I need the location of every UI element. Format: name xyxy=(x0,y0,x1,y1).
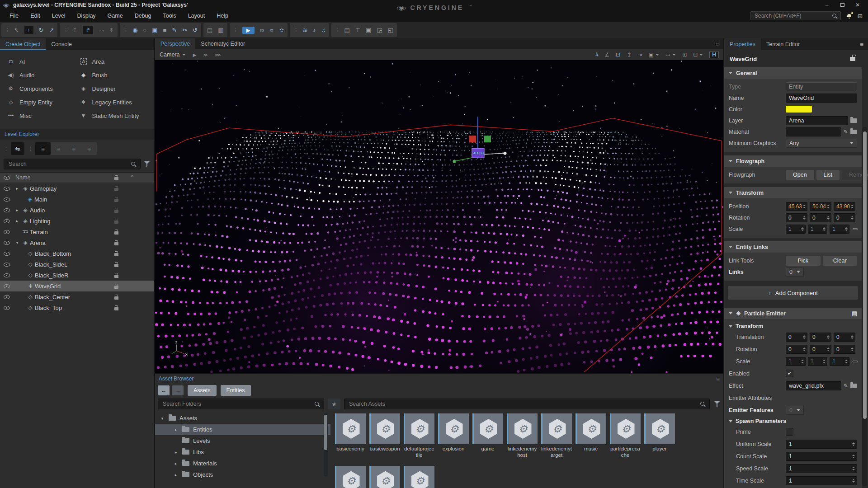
toolbar-grip[interactable]: ⋮ xyxy=(5,27,10,33)
scale-y-field[interactable]: 1 xyxy=(808,225,828,234)
terrain-snap-icon[interactable]: ⇥ xyxy=(637,52,642,58)
unmute-audio-icon[interactable]: ♫ xyxy=(321,27,326,33)
browse-folder-icon[interactable] xyxy=(850,130,857,134)
folder-libs[interactable]: ▸Libs xyxy=(155,446,330,458)
grid-snap-icon[interactable]: # xyxy=(595,52,599,58)
level-explorer-search-box[interactable] xyxy=(4,159,141,169)
pe-scale-y-field[interactable]: 1 xyxy=(808,357,828,366)
create-legacy-entities[interactable]: ❖Legacy Entities xyxy=(79,95,152,109)
unlock-icon[interactable] xyxy=(850,57,855,61)
tree-row-wavegrid-selected[interactable]: ✳WaveGrid xyxy=(0,281,154,291)
lock-toggle[interactable] xyxy=(112,197,121,202)
tree-row-black-top[interactable]: ◇Black_Top xyxy=(0,302,154,313)
pe-transform-subheader[interactable]: Transform xyxy=(724,321,862,331)
collapse-chevron-icon[interactable]: ▾ xyxy=(14,240,21,245)
min-graphics-dropdown[interactable]: Any xyxy=(786,139,857,148)
stepper-icon[interactable] xyxy=(801,360,804,363)
tab-console[interactable]: Console xyxy=(46,38,77,50)
menu-file[interactable]: File xyxy=(4,10,24,22)
pe-translation-y-field[interactable]: 0 xyxy=(810,333,831,342)
visibility-column-header[interactable] xyxy=(0,176,14,180)
rotation-x-field[interactable]: 0 xyxy=(786,213,807,222)
camera-speed-dropdown[interactable]: ⊟ xyxy=(693,52,703,58)
move-tool-icon[interactable]: + xyxy=(24,26,33,34)
tree-row-terrain[interactable]: ▲▲Terrain xyxy=(0,226,154,237)
stepper-icon[interactable] xyxy=(823,360,826,363)
speed-scale-field[interactable]: 1 xyxy=(786,464,857,473)
folder-objects[interactable]: ▸Objects xyxy=(155,469,330,480)
tree-row-arena[interactable]: ▾◈Arena xyxy=(0,237,154,248)
viewport-canvas[interactable] xyxy=(155,60,723,373)
lock-toggle[interactable] xyxy=(112,295,121,300)
helpers-toggle-icon[interactable]: H xyxy=(709,51,719,58)
view-mode-layers[interactable]: ≡ xyxy=(51,142,66,155)
expand-chevron-icon[interactable]: ▸ xyxy=(173,450,179,455)
stepper-icon[interactable] xyxy=(845,360,848,363)
pick-effect-icon[interactable]: ✎ xyxy=(844,383,848,389)
folder-levels[interactable]: Levels xyxy=(155,435,330,446)
stepper-icon[interactable] xyxy=(803,335,806,339)
visibility-toggle[interactable] xyxy=(0,252,14,256)
tab-perspective[interactable]: Perspective xyxy=(155,38,195,49)
create-misc[interactable]: •••Misc xyxy=(6,109,79,122)
asset-tile-game[interactable]: ⚙game xyxy=(472,413,503,459)
folder-scrollbar[interactable] xyxy=(324,413,328,477)
tree-row-lighting[interactable]: ▸◈Lighting xyxy=(0,216,154,226)
move-snap-icon[interactable]: ↥ xyxy=(627,52,631,58)
sort-indicator[interactable]: ^ xyxy=(131,174,133,179)
position-z-field[interactable]: 43.90 xyxy=(834,202,855,211)
pivot-snap-dropdown[interactable]: ▣ xyxy=(649,52,659,58)
section-entity-links-header[interactable]: Entity Links xyxy=(724,241,862,253)
folder-materials[interactable]: ▸Materials xyxy=(155,458,330,469)
lock-toggle[interactable] xyxy=(112,251,121,256)
toolbar-grip[interactable]: ⋮ xyxy=(123,27,128,33)
sync-selection-button[interactable]: ⇆ xyxy=(11,142,24,155)
expand-chevron-icon[interactable]: ▸ xyxy=(14,186,21,191)
visibility-toggle[interactable] xyxy=(0,295,14,299)
create-brush[interactable]: ◆Brush xyxy=(79,68,152,82)
pick-material-icon[interactable]: ✎ xyxy=(844,129,848,135)
reload-icon[interactable]: ↺ xyxy=(193,27,198,33)
mute-audio-icon[interactable]: ♪ xyxy=(313,27,316,33)
copy-icon[interactable]: ▣ xyxy=(152,27,157,33)
export-icon[interactable]: ▥ xyxy=(218,27,223,33)
tree-row-black-bottom[interactable]: ◇Black_Bottom xyxy=(0,248,154,259)
add-component-button[interactable]: +Add Component xyxy=(728,286,858,300)
notifications-bell-icon[interactable] xyxy=(846,13,852,19)
stepper-icon[interactable] xyxy=(852,467,855,470)
stepper-icon[interactable] xyxy=(827,335,830,339)
visibility-toggle[interactable] xyxy=(0,208,14,212)
toolbar-grip[interactable]: ⋮ xyxy=(335,27,340,33)
visibility-toggle[interactable] xyxy=(0,241,14,245)
close-button[interactable]: ✕ xyxy=(850,0,865,9)
tools-window-icon[interactable]: ⊤ xyxy=(355,27,360,33)
lock-toggle[interactable] xyxy=(112,273,121,278)
safe-frame-icon[interactable]: ⊞ xyxy=(682,52,687,58)
tree-row-black-center[interactable]: ◇Black_Center xyxy=(0,291,154,302)
visibility-toggle[interactable] xyxy=(0,284,14,288)
stepper-icon[interactable] xyxy=(827,216,830,220)
links-count-dropdown[interactable]: 0 xyxy=(786,267,804,277)
lock-toggle[interactable] xyxy=(112,219,121,224)
uniform-scale-link-icon[interactable]: ⊂⊃ xyxy=(852,227,857,231)
section-flowgraph-header[interactable]: Flowgraph xyxy=(724,155,862,167)
rotation-y-field[interactable]: 0 xyxy=(810,213,831,222)
asset-tile-defaultprojectile[interactable]: ⚙defaultprojectile xyxy=(404,413,434,459)
asset-tile-player[interactable]: ⚙player xyxy=(644,413,675,459)
effect-field[interactable]: wave_grid.pfx xyxy=(786,381,841,390)
breadcrumb-entities[interactable]: Entities xyxy=(221,385,251,396)
tree-row-main[interactable]: ◈Main xyxy=(0,194,154,205)
stepper-icon[interactable] xyxy=(803,216,806,220)
scale-z-field[interactable]: 1 xyxy=(830,225,849,234)
angle-snap-icon[interactable]: ∠ xyxy=(605,52,610,58)
select-tool-icon[interactable]: ↖ xyxy=(14,27,19,33)
folder-assets[interactable]: ▾Assets xyxy=(155,413,330,424)
asset-tile-explosion[interactable]: ⚙explosion xyxy=(438,413,469,459)
pe-scale-x-field[interactable]: 1 xyxy=(786,357,806,366)
pick-ring-icon[interactable]: ○ xyxy=(143,27,146,33)
asset-browser-menu-icon[interactable]: ≡ xyxy=(716,375,720,382)
properties-scrollbar[interactable] xyxy=(862,127,867,486)
menu-level[interactable]: Level xyxy=(46,10,71,22)
stepper-icon[interactable] xyxy=(851,216,854,220)
asset-tile-music[interactable]: ⚙music xyxy=(576,413,606,459)
